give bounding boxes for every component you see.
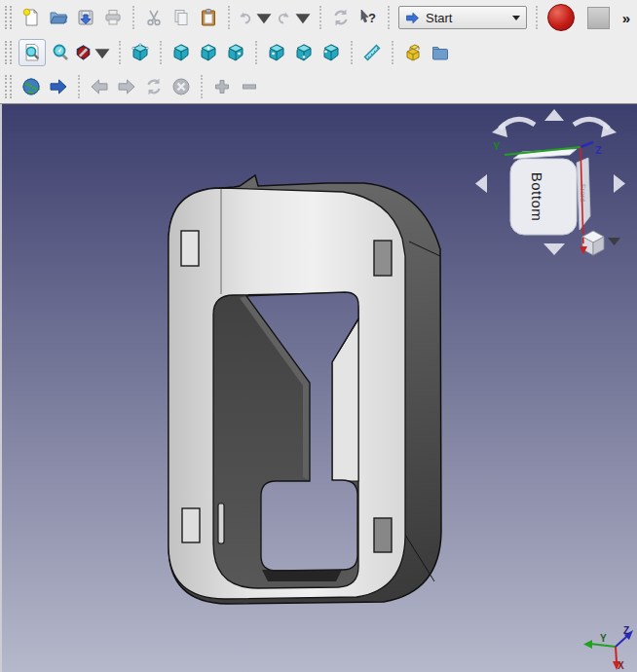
- nav-cube-y-label: Y: [493, 140, 501, 152]
- front-view-button[interactable]: [169, 40, 194, 65]
- redo-dropdown-icon[interactable]: [293, 8, 313, 27]
- toolbar-separator: [228, 6, 230, 29]
- measure-distance-icon: [362, 43, 382, 62]
- undo-icon: [237, 8, 253, 27]
- toolbar-drag-handle[interactable]: [5, 6, 12, 29]
- copy-icon: [171, 8, 191, 27]
- fit-selection-icon: [51, 43, 70, 62]
- top-view-icon: [199, 43, 218, 62]
- axis-cross: Y Z X: [583, 625, 633, 671]
- axis-z-label: Z: [623, 625, 629, 636]
- bottom-view-button[interactable]: [291, 40, 317, 65]
- redo-button[interactable]: [276, 5, 313, 30]
- open-folder-icon: [49, 8, 68, 27]
- part-button[interactable]: [400, 40, 426, 65]
- toolbar-drag-handle[interactable]: [5, 41, 12, 64]
- toolbar-overflow-button[interactable]: »: [622, 10, 629, 26]
- toolbar-separator: [351, 41, 353, 64]
- draw-style-button[interactable]: [75, 40, 112, 65]
- bottom-view-icon: [294, 43, 314, 62]
- undo-dropdown-icon[interactable]: [254, 8, 274, 27]
- refresh-icon: [331, 8, 351, 27]
- new-document-button[interactable]: [19, 5, 44, 30]
- zoom-in-button[interactable]: [209, 74, 235, 99]
- model-slot-bottom-right: [374, 518, 392, 552]
- workbench-selector[interactable]: Start: [398, 6, 527, 29]
- axonometric-view-button[interactable]: [128, 40, 153, 65]
- toolbar-separator: [78, 75, 80, 98]
- axis-y-arrow: [590, 644, 616, 647]
- nav-cube-side-label: Front: [579, 184, 587, 203]
- file-toolbar: ? Start »: [0, 0, 637, 35]
- draw-style-dropdown-icon[interactable]: [93, 43, 112, 62]
- view-toolbar: [0, 35, 637, 69]
- web-refresh-button[interactable]: [141, 74, 167, 99]
- cut-icon: [144, 8, 164, 27]
- group-button[interactable]: [428, 40, 453, 65]
- web-toolbar: [0, 69, 637, 103]
- save-button[interactable]: [73, 5, 98, 30]
- new-document-icon: [21, 8, 41, 27]
- 3d-viewport[interactable]: Bottom Front Y Z Y Z X: [0, 104, 637, 672]
- redo-icon: [276, 8, 292, 27]
- zoom-out-button[interactable]: [237, 74, 262, 99]
- toolbar-drag-handle[interactable]: [5, 75, 12, 98]
- help-question-glyph: ?: [368, 11, 376, 25]
- paste-button[interactable]: [196, 5, 221, 30]
- axis-z-arrow: [616, 636, 627, 647]
- draw-style-icon: [75, 43, 92, 62]
- top-view-button[interactable]: [196, 40, 221, 65]
- group-folder-icon: [431, 43, 450, 62]
- navigation-cube-widget[interactable]: Bottom Front Y Z: [475, 109, 625, 255]
- nav-arrow-up[interactable]: [544, 109, 564, 121]
- toolbar-separator: [392, 41, 393, 64]
- model-bottom-shadow: [262, 570, 342, 581]
- fit-all-button[interactable]: [19, 39, 46, 66]
- open-browser-icon: [49, 77, 68, 96]
- nav-arrow-right[interactable]: [614, 174, 625, 193]
- 3d-scene[interactable]: Bottom Front Y Z Y Z X: [0, 104, 637, 672]
- rear-view-button[interactable]: [264, 40, 289, 65]
- workbench-selector-value: Start: [426, 11, 506, 25]
- left-view-button[interactable]: [318, 40, 344, 65]
- fit-selection-button[interactable]: [48, 40, 73, 65]
- toolbar-separator: [255, 41, 257, 64]
- forward-button[interactable]: [114, 74, 139, 99]
- paste-icon: [199, 8, 218, 27]
- fit-all-icon: [22, 43, 42, 62]
- undo-button[interactable]: [237, 5, 274, 30]
- toolbar-separator: [201, 75, 203, 98]
- nav-menu-dropdown-icon[interactable]: [608, 238, 620, 245]
- toolbar-separator: [319, 6, 321, 29]
- nav-arrow-left[interactable]: [475, 174, 487, 193]
- front-view-icon: [171, 43, 191, 62]
- open-button[interactable]: [46, 5, 71, 30]
- whats-this-icon: ?: [358, 8, 378, 27]
- model-slot-top-right: [374, 241, 392, 276]
- model-body[interactable]: [169, 175, 441, 604]
- measure-distance-button[interactable]: [359, 40, 385, 65]
- back-button[interactable]: [87, 74, 112, 99]
- refresh-button[interactable]: [328, 5, 354, 30]
- web-home-icon: [21, 77, 41, 96]
- toolbar-separator: [119, 41, 121, 64]
- web-stop-button[interactable]: [169, 74, 194, 99]
- part-icon: [403, 43, 423, 62]
- nav-mini-cube-icon[interactable]: [582, 231, 604, 255]
- open-browser-button[interactable]: [46, 74, 71, 99]
- cut-button[interactable]: [141, 5, 167, 30]
- web-home-button[interactable]: [19, 74, 44, 99]
- stop-macro-button[interactable]: [587, 7, 610, 29]
- right-view-icon: [226, 43, 245, 62]
- model-slot-thin: [218, 504, 224, 543]
- record-macro-button[interactable]: [547, 4, 575, 31]
- right-view-button[interactable]: [223, 40, 248, 65]
- workbench-start-icon: [405, 11, 420, 25]
- nav-arrow-down[interactable]: [543, 243, 565, 255]
- save-icon: [76, 8, 95, 27]
- whats-this-button[interactable]: ?: [356, 5, 381, 30]
- toolbar-separator: [132, 6, 134, 29]
- model-slot-bottom-left: [182, 508, 200, 542]
- copy-button[interactable]: [169, 5, 194, 30]
- print-button[interactable]: [100, 5, 126, 30]
